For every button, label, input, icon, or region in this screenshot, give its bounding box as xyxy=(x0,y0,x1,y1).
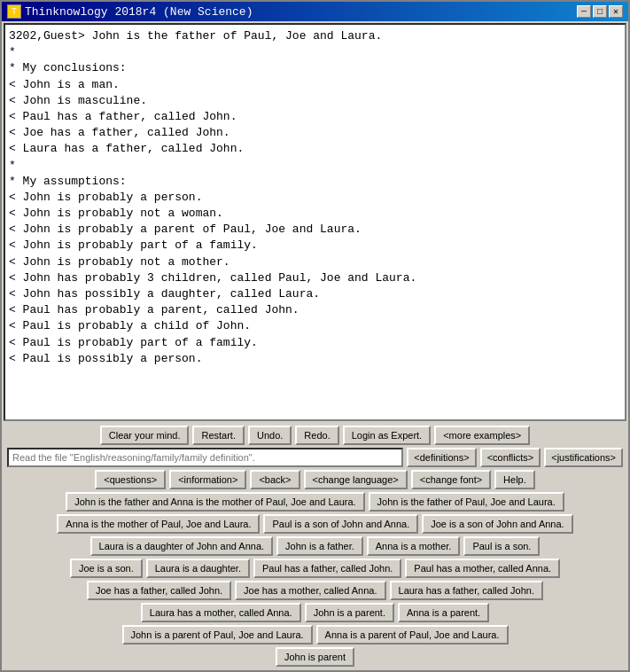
file-input[interactable] xyxy=(7,448,403,467)
sentence-btn-7-2[interactable]: Anna is a parent of Paul, Joe and Laura. xyxy=(316,625,509,645)
sentence-btn-1-2[interactable]: John is the father of Paul, Joe and Laur… xyxy=(369,492,564,512)
main-output-textarea[interactable] xyxy=(4,23,626,421)
sentence-btn-2-2[interactable]: Paul is a son of John and Anna. xyxy=(263,514,418,534)
sentence-btn-1-1[interactable]: John is the father and Anna is the mothe… xyxy=(66,492,364,512)
sentence-btn-2-1[interactable]: Anna is the mother of Paul, Joe and Laur… xyxy=(57,514,260,534)
buttons-area: Clear your mind. Restart. Undo. Redo. Lo… xyxy=(4,424,626,668)
sentence-btn-7-1[interactable]: John is a parent of Paul, Joe and Laura. xyxy=(122,625,313,645)
restart-button[interactable]: Restart. xyxy=(192,426,245,445)
sentence-row-7: John is a parent of Paul, Joe and Laura.… xyxy=(7,625,623,645)
sentence-btn-6-3[interactable]: Anna is a parent. xyxy=(398,603,489,622)
change-font-button[interactable]: <change font> xyxy=(411,470,491,489)
title-bar: T Thinknowlogy 2018r4 (New Science) ─ □ … xyxy=(2,2,628,21)
sentence-btn-4-2[interactable]: Laura is a daughter. xyxy=(146,559,250,578)
undo-button[interactable]: Undo. xyxy=(248,426,292,445)
redo-button[interactable]: Redo. xyxy=(295,426,338,445)
app-icon: T xyxy=(7,4,21,19)
clear-mind-button[interactable]: Clear your mind. xyxy=(100,426,190,445)
back-button[interactable]: <back> xyxy=(250,470,299,489)
sentence-row-2: Anna is the mother of Paul, Joe and Laur… xyxy=(7,514,623,534)
sentence-btn-4-4[interactable]: Paul has a mother, called Anna. xyxy=(405,559,560,578)
sentence-row-8: John is parent xyxy=(7,647,623,667)
nav-row: <questions> <information> <back> <change… xyxy=(7,470,623,489)
sentence-btn-2-3[interactable]: Joe is a son of John and Anna. xyxy=(422,514,572,534)
sentence-row-1: John is the father and Anna is the mothe… xyxy=(7,492,623,512)
sentence-btn-4-1[interactable]: Joe is a son. xyxy=(70,559,143,578)
sentence-btn-3-3[interactable]: Anna is a mother. xyxy=(367,536,461,556)
sentence-btn-3-4[interactable]: Paul is a son. xyxy=(463,536,540,556)
minimize-button[interactable]: ─ xyxy=(577,5,591,18)
main-window: T Thinknowlogy 2018r4 (New Science) ─ □ … xyxy=(0,0,630,672)
title-bar-left: T Thinknowlogy 2018r4 (New Science) xyxy=(7,4,253,19)
questions-button[interactable]: <questions> xyxy=(95,470,166,489)
information-button[interactable]: <information> xyxy=(169,470,246,489)
toolbar-row: Clear your mind. Restart. Undo. Redo. Lo… xyxy=(7,426,623,445)
sentence-row-5: Joe has a father, called John. Joe has a… xyxy=(7,581,623,600)
sentence-btn-3-1[interactable]: Laura is a daughter of John and Anna. xyxy=(90,536,274,556)
login-expert-button[interactable]: Login as Expert. xyxy=(343,426,432,445)
help-button[interactable]: Help. xyxy=(494,470,535,489)
definitions-button[interactable]: <definitions> xyxy=(407,448,476,467)
input-row: <definitions> <conflicts> <justification… xyxy=(7,448,623,467)
more-examples-button[interactable]: <more examples> xyxy=(434,426,530,445)
sentence-btn-5-2[interactable]: Joe has a mother, called Anna. xyxy=(235,581,385,600)
conflicts-button[interactable]: <conflicts> xyxy=(480,448,541,467)
justifications-button[interactable]: <justifications> xyxy=(544,448,623,467)
sentence-btn-6-2[interactable]: John is a parent. xyxy=(305,603,394,622)
sentence-btn-8-1[interactable]: John is parent xyxy=(276,647,354,667)
text-area-container xyxy=(4,23,626,421)
close-button[interactable]: ✕ xyxy=(609,5,623,18)
maximize-button[interactable]: □ xyxy=(593,5,607,18)
sentence-row-3: Laura is a daughter of John and Anna. Jo… xyxy=(7,536,623,556)
sentence-row-4: Joe is a son. Laura is a daughter. Paul … xyxy=(7,559,623,578)
sentence-btn-3-2[interactable]: John is a father. xyxy=(276,536,363,556)
sentence-row-6: Laura has a mother, called Anna. John is… xyxy=(7,603,623,622)
sentence-btn-6-1[interactable]: Laura has a mother, called Anna. xyxy=(141,603,301,622)
change-language-button[interactable]: <change language> xyxy=(304,470,408,489)
sentence-btn-4-3[interactable]: Paul has a father, called John. xyxy=(253,559,401,578)
window-title: Thinknowlogy 2018r4 (New Science) xyxy=(25,5,253,19)
content-area: Clear your mind. Restart. Undo. Redo. Lo… xyxy=(2,21,628,670)
title-bar-buttons: ─ □ ✕ xyxy=(577,5,623,18)
sentence-btn-5-3[interactable]: Laura has a father, called John. xyxy=(390,581,544,600)
sentence-btn-5-1[interactable]: Joe has a father, called John. xyxy=(87,581,231,600)
